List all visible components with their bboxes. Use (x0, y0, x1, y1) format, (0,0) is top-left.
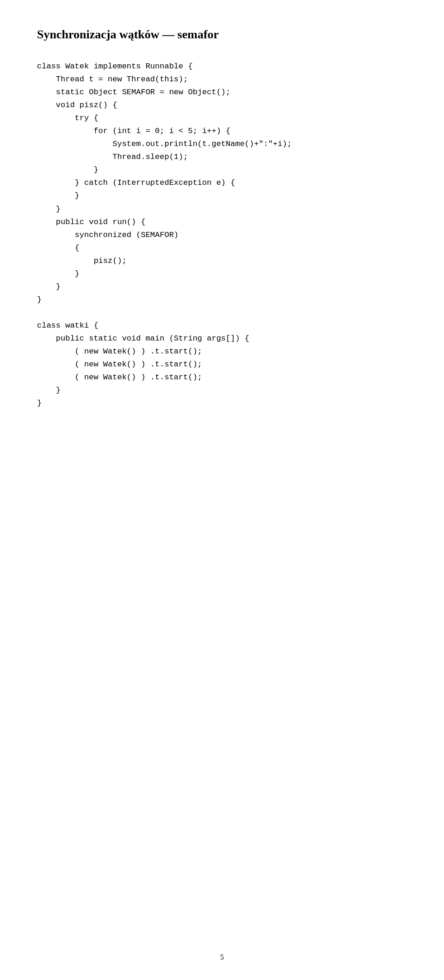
page-container: Synchronizacja wątków — semafor class Wa… (0, 0, 444, 980)
page-title: Synchronizacja wątków — semafor (37, 28, 407, 42)
code-block: class Watek implements Runnable { Thread… (37, 60, 407, 410)
page-number: 5 (220, 953, 224, 962)
